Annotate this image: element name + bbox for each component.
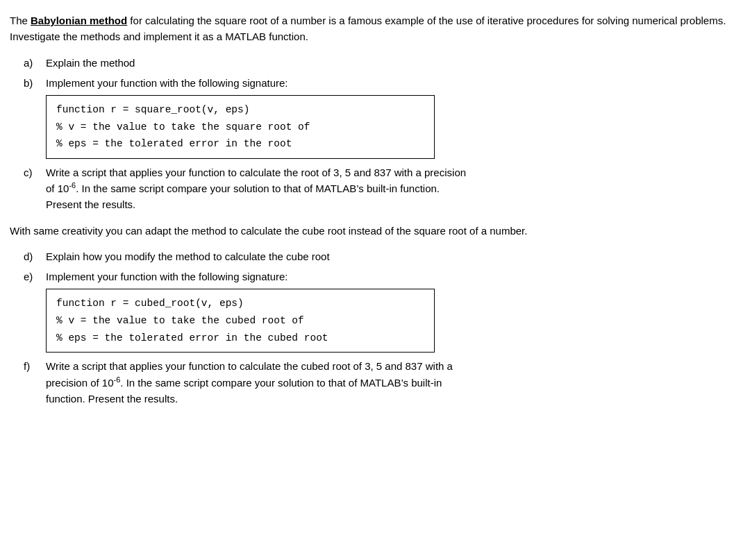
between-paragraph: With same creativity you can adapt the m…	[10, 223, 733, 239]
intro-paragraph: The Babylonian method for calculating th…	[10, 12, 733, 45]
content-a: Explain the method	[46, 55, 733, 71]
code-b-line1: function r = square_root(v, eps)	[56, 101, 424, 119]
list-item-a: a) Explain the method	[24, 55, 733, 71]
list-item-e: e) Implement your function with the foll…	[24, 269, 733, 354]
babylonian-method: Babylonian method	[31, 15, 127, 26]
label-b: b)	[24, 75, 46, 160]
list-section-def: d) Explain how you modify the method to …	[24, 248, 733, 407]
code-b-line3: % eps = the tolerated error in the root	[56, 135, 424, 153]
label-a: a)	[24, 55, 46, 71]
f-line2-post: . In the same script compare your soluti…	[120, 377, 442, 389]
c-line2-pre: of 10	[46, 183, 69, 194]
c-line3: Present the results.	[46, 198, 135, 210]
content-f: Write a script that applies your functio…	[46, 358, 733, 407]
list-section-abc: a) Explain the method b) Implement your …	[24, 55, 733, 213]
c-line2-post: . In the same script compare your soluti…	[76, 183, 440, 194]
list-item-c: c) Write a script that applies your func…	[24, 164, 733, 213]
code-e-line2: % v = the value to take the cubed root o…	[56, 312, 424, 330]
label-f: f)	[24, 358, 46, 407]
list-item-b: b) Implement your function with the foll…	[24, 75, 733, 160]
f-superscript: -6	[114, 375, 121, 384]
f-line2-pre: precision of 10	[46, 377, 114, 389]
content-c: Write a script that applies your functio…	[46, 164, 733, 213]
c-superscript: -6	[69, 181, 76, 189]
list-item-f: f) Write a script that applies your func…	[24, 358, 733, 407]
intro-text-part1: The	[10, 15, 31, 26]
e-intro: Implement your function with the followi…	[46, 271, 288, 282]
code-e-line3: % eps = the tolerated error in the cubed…	[56, 330, 424, 347]
f-line3: function. Present the results.	[46, 393, 178, 405]
c-line1: Write a script that applies your functio…	[46, 167, 466, 178]
code-box-e: function r = cubed_root(v, eps) % v = th…	[46, 289, 435, 353]
content-d: Explain how you modify the method to cal…	[46, 248, 733, 264]
content-b: Implement your function with the followi…	[46, 75, 733, 160]
code-b-line2: % v = the value to take the square root …	[56, 119, 424, 136]
f-line1: Write a script that applies your functio…	[46, 360, 453, 372]
code-box-b: function r = square_root(v, eps) % v = t…	[46, 95, 435, 159]
list-item-d: d) Explain how you modify the method to …	[24, 248, 733, 264]
code-e-line1: function r = cubed_root(v, eps)	[56, 295, 424, 312]
label-e: e)	[24, 269, 46, 354]
label-c: c)	[24, 164, 46, 213]
label-d: d)	[24, 248, 46, 264]
b-intro: Implement your function with the followi…	[46, 77, 288, 89]
content-e: Implement your function with the followi…	[46, 269, 733, 354]
